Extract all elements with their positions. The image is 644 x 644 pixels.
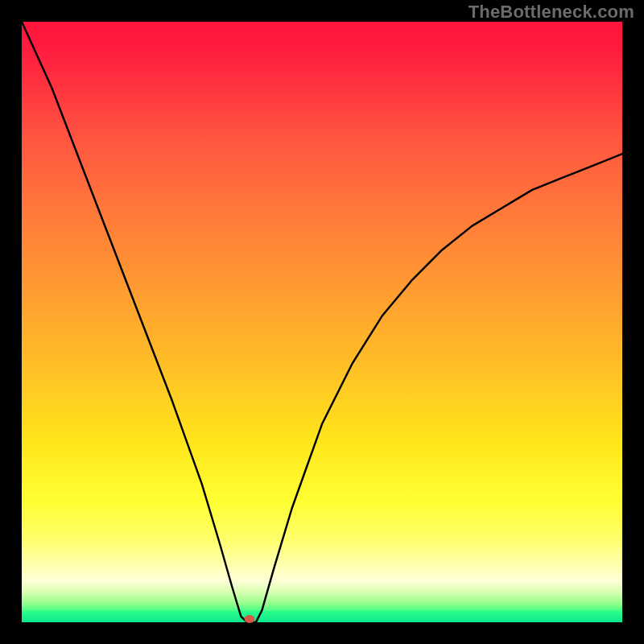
plot-area bbox=[22, 22, 622, 622]
chart-frame: TheBottleneck.com bbox=[0, 0, 644, 644]
bottleneck-curve bbox=[22, 22, 622, 622]
watermark-text: TheBottleneck.com bbox=[469, 2, 634, 23]
optimal-point-marker bbox=[245, 615, 255, 623]
